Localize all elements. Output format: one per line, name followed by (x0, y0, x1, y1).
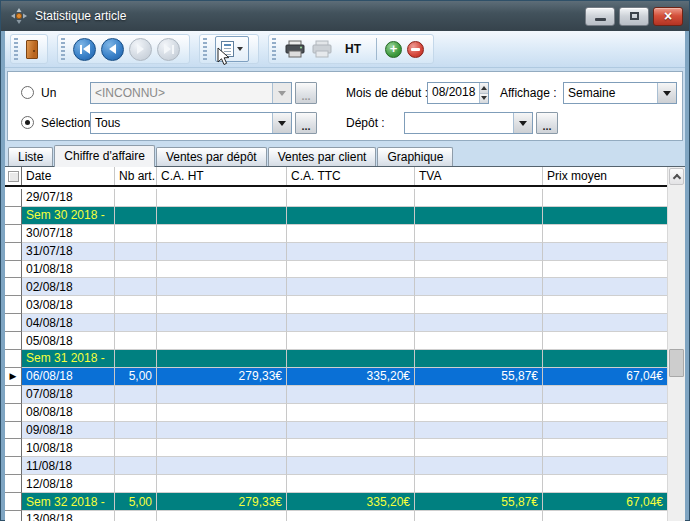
cell-value[interactable] (157, 386, 287, 404)
tab-ventes-par-d-p-t[interactable]: Ventes par dépôt (156, 147, 267, 166)
row-selector-cell[interactable] (5, 350, 22, 368)
cell-value[interactable] (115, 404, 157, 422)
table-row[interactable]: 30/07/18 (5, 225, 667, 243)
table-row[interactable]: 31/07/18 (5, 243, 667, 261)
table-row[interactable]: 13/08/18 (5, 511, 667, 521)
week-summary-row[interactable]: Sem 30 2018 - (5, 207, 667, 225)
maximize-button[interactable] (619, 7, 649, 26)
cell-value[interactable] (415, 439, 543, 457)
cell-date[interactable]: Sem 31 2018 - (22, 350, 115, 368)
cell-value[interactable] (115, 189, 157, 207)
cell-date[interactable]: 03/08/18 (22, 296, 115, 314)
cell-value[interactable] (115, 296, 157, 314)
row-selector-cell[interactable]: ▶ (5, 368, 22, 386)
chevron-down-icon[interactable] (272, 113, 291, 133)
cell-value[interactable] (157, 332, 287, 350)
cell-value[interactable]: 67,04€ (543, 368, 667, 386)
cell-value[interactable] (115, 350, 157, 368)
cell-value[interactable] (415, 457, 543, 475)
cell-value[interactable] (543, 457, 667, 475)
cell-value[interactable] (287, 189, 415, 207)
cell-value[interactable] (287, 278, 415, 296)
cell-value[interactable] (543, 207, 667, 225)
cell-value[interactable] (415, 332, 543, 350)
cell-date[interactable]: 09/08/18 (22, 422, 115, 440)
cell-value[interactable] (287, 475, 415, 493)
cell-date[interactable]: 05/08/18 (22, 332, 115, 350)
row-selector-cell[interactable] (5, 296, 22, 314)
minimize-button[interactable] (585, 7, 615, 26)
cell-value[interactable] (415, 243, 543, 261)
row-selector-cell[interactable] (5, 386, 22, 404)
cell-value[interactable] (287, 225, 415, 243)
table-row[interactable]: 04/08/18 (5, 314, 667, 332)
cell-value[interactable] (287, 350, 415, 368)
cell-value[interactable] (543, 386, 667, 404)
cell-value[interactable] (415, 261, 543, 279)
row-selector-cell[interactable] (5, 278, 22, 296)
select-all-cell[interactable] (5, 167, 22, 185)
cell-value[interactable] (543, 511, 667, 521)
cell-date[interactable]: 13/08/18 (22, 511, 115, 521)
cell-value[interactable] (543, 261, 667, 279)
cell-value[interactable] (157, 225, 287, 243)
cell-value[interactable]: 5,00 (115, 493, 157, 511)
chevron-down-icon[interactable] (513, 113, 532, 133)
cell-value[interactable] (415, 207, 543, 225)
selection-browse-button[interactable]: ... (295, 112, 317, 134)
cell-value[interactable]: 67,04€ (543, 493, 667, 511)
cell-value[interactable] (543, 422, 667, 440)
cell-value[interactable] (157, 296, 287, 314)
cell-value[interactable] (115, 314, 157, 332)
scrollbar-thumb[interactable] (669, 349, 684, 377)
cell-value[interactable] (543, 439, 667, 457)
tab-ventes-par-client[interactable]: Ventes par client (268, 147, 377, 166)
cell-value[interactable] (543, 225, 667, 243)
add-button[interactable]: + (385, 41, 402, 58)
toolbar-grip[interactable] (61, 38, 65, 60)
cell-date[interactable]: 30/07/18 (22, 225, 115, 243)
cell-value[interactable]: 55,87€ (415, 493, 543, 511)
cell-value[interactable] (287, 457, 415, 475)
row-selector-cell[interactable] (5, 243, 22, 261)
radio-un[interactable] (21, 86, 34, 99)
cell-value[interactable]: 279,33€ (157, 493, 287, 511)
cell-value[interactable] (287, 511, 415, 521)
cell-value[interactable] (157, 404, 287, 422)
row-selector-cell[interactable] (5, 332, 22, 350)
cell-value[interactable] (415, 189, 543, 207)
row-selector-cell[interactable] (5, 475, 22, 493)
column-header-3[interactable]: C.A. TTC (287, 167, 415, 185)
cell-value[interactable]: 55,87€ (415, 368, 543, 386)
cell-date[interactable]: 04/08/18 (22, 314, 115, 332)
spin-up-icon[interactable] (480, 83, 488, 94)
cell-date[interactable]: Sem 32 2018 - (22, 493, 115, 511)
toolbar-grip[interactable] (272, 38, 276, 60)
cell-value[interactable] (287, 296, 415, 314)
row-selector-cell[interactable] (5, 314, 22, 332)
cell-value[interactable] (157, 278, 287, 296)
display-select[interactable]: Semaine (563, 82, 677, 104)
cell-value[interactable] (287, 386, 415, 404)
table-row[interactable]: 09/08/18 (5, 422, 667, 440)
cell-date[interactable]: 07/08/18 (22, 386, 115, 404)
cell-value[interactable] (115, 422, 157, 440)
ht-toggle-button[interactable]: HT (338, 39, 368, 59)
table-row[interactable]: 02/08/18 (5, 278, 667, 296)
cell-value[interactable] (415, 350, 543, 368)
cell-value[interactable] (115, 332, 157, 350)
column-header-0[interactable]: Date (22, 167, 115, 185)
column-header-5[interactable]: Prix moyen (543, 167, 667, 185)
table-row[interactable]: 08/08/18 (5, 404, 667, 422)
cell-value[interactable] (415, 278, 543, 296)
cell-value[interactable] (157, 189, 287, 207)
row-selector-cell[interactable] (5, 225, 22, 243)
column-header-4[interactable]: TVA (415, 167, 543, 185)
table-row[interactable]: 03/08/18 (5, 296, 667, 314)
cell-date[interactable]: Sem 30 2018 - (22, 207, 115, 225)
cell-date[interactable]: 29/07/18 (22, 189, 115, 207)
cell-date[interactable]: 31/07/18 (22, 243, 115, 261)
row-selector-cell[interactable] (5, 261, 22, 279)
table-row[interactable]: 01/08/18 (5, 261, 667, 279)
cell-value[interactable] (115, 457, 157, 475)
